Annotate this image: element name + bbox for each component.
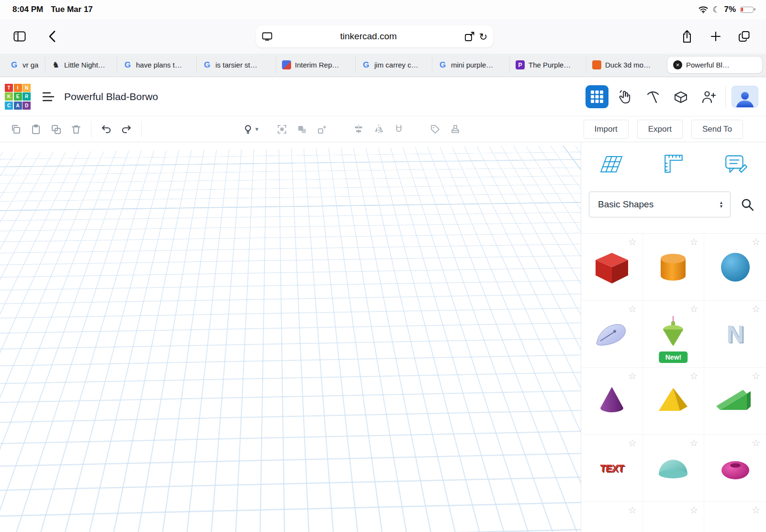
page-appearance-icon[interactable] [262, 32, 272, 41]
avatar[interactable] [732, 86, 758, 108]
delete-button[interactable] [66, 120, 86, 139]
export-button[interactable]: Export [637, 120, 683, 139]
shape-category-dropdown[interactable]: Basic Shapes ▲▼ [589, 192, 731, 217]
settings-button[interactable]: Settings [511, 469, 568, 487]
back-button[interactable] [41, 25, 63, 47]
sim-lab-button[interactable] [614, 85, 636, 108]
address-bar[interactable]: tinkercad.com ↻ [256, 25, 493, 47]
magnet-button[interactable] [389, 120, 409, 139]
tab-jim-carrey[interactable]: Gjim carrey c… [355, 57, 432, 73]
shape-tile-letter[interactable]: ☆ N [704, 301, 766, 368]
shape-tile-cylinder[interactable]: ☆ [643, 234, 705, 301]
shape-tile-cone[interactable]: ☆ [581, 368, 643, 435]
shape-tile-torus[interactable]: ☆ [704, 435, 766, 502]
workplane-tool-button[interactable] [596, 149, 627, 179]
shape-tile-box[interactable]: ☆ [581, 234, 643, 301]
zoom-out-button[interactable]: − [11, 329, 32, 350]
view-cube[interactable]: TOP BACK RIGHT [11, 160, 69, 209]
tab-powerful-active[interactable]: ×Powerful Bl… [667, 57, 762, 73]
grip-handle[interactable] [300, 308, 313, 314]
favorite-star-icon[interactable]: ☆ [689, 237, 698, 247]
ruler-tool-button[interactable] [658, 149, 689, 179]
workplane-grid[interactable] [0, 142, 581, 158]
duplicate-button[interactable] [46, 120, 66, 139]
shape-tile-partial[interactable]: ☆ [643, 502, 705, 532]
shape-tile-sphere[interactable]: ☆ [704, 234, 766, 301]
tabs-overview-button[interactable] [733, 25, 755, 47]
group-button[interactable] [272, 120, 292, 139]
tinkercad-logo[interactable]: TINKERCAD [5, 84, 31, 110]
tab-duck-3d[interactable]: Duck 3d mo… [586, 57, 667, 73]
favorite-star-icon[interactable]: ☆ [628, 237, 637, 247]
refresh-icon[interactable]: ↻ [479, 32, 487, 42]
favorite-star-icon[interactable]: ☆ [628, 371, 637, 381]
favorite-star-icon[interactable]: ☆ [752, 237, 760, 247]
perspective-toggle-button[interactable] [11, 364, 32, 385]
caret-down-icon[interactable]: ▾ [255, 125, 259, 133]
favorite-star-icon[interactable]: ☆ [689, 438, 698, 448]
shape-tile-roof[interactable]: ☆ [704, 368, 766, 435]
favorite-star-icon[interactable]: ☆ [689, 371, 698, 381]
tab-mini-purple[interactable]: Gmini purple… [432, 57, 509, 73]
favorite-star-icon[interactable]: ☆ [752, 304, 760, 314]
import-button[interactable]: Import [584, 120, 629, 139]
new-tab-button[interactable] [705, 25, 727, 47]
tab-interim-report[interactable]: Interim Rep… [276, 57, 355, 73]
tab-have-plans[interactable]: Ghave plans t… [117, 57, 196, 73]
bricks-button[interactable] [670, 85, 692, 108]
shape-tile-text[interactable]: ☆ TEXT [581, 435, 643, 502]
favorite-star-icon[interactable]: ☆ [628, 438, 637, 448]
favorite-star-icon[interactable]: ☆ [689, 505, 698, 515]
sidebar-toggle-button[interactable] [9, 25, 31, 47]
notes-tool-button[interactable] [720, 149, 752, 179]
favorite-star-icon[interactable]: ☆ [628, 304, 637, 314]
align-button[interactable] [349, 120, 369, 139]
panel-collapse-chevron[interactable]: › [566, 315, 574, 336]
search-shapes-button[interactable] [736, 193, 758, 215]
stamp-button[interactable] [445, 120, 465, 139]
redo-button[interactable] [116, 120, 136, 139]
favorite-star-icon[interactable]: ☆ [689, 304, 698, 314]
split-button[interactable] [312, 120, 332, 139]
shape-tile-half-sphere[interactable]: ☆ [643, 435, 705, 502]
shape-tile-paraboloid[interactable]: ☆ [581, 301, 643, 368]
tag-button[interactable] [425, 120, 445, 139]
share-button[interactable] [676, 25, 698, 47]
undo-button[interactable] [96, 120, 116, 139]
pyramid-shape-icon [653, 381, 693, 421]
ungroup-button[interactable] [292, 120, 312, 139]
tab-little-night[interactable]: ♞Little Night… [45, 57, 117, 73]
snap-grid-dropdown[interactable]: 1.0 mm ▾ [508, 495, 568, 513]
favorite-star-icon[interactable]: ☆ [752, 505, 760, 515]
shape-tile-partial[interactable]: ☆ [581, 502, 643, 532]
home-view-button[interactable] [11, 223, 32, 244]
favorite-star-icon[interactable]: ☆ [628, 505, 637, 515]
copy-button[interactable] [6, 120, 26, 139]
design-title[interactable]: Powerful Blad-Borwo [64, 91, 158, 102]
viewport-canvas[interactable]: TOP BACK RIGHT + − [0, 142, 581, 532]
dashboard-button[interactable] [586, 85, 608, 108]
tab-vr[interactable]: Gvr ga [4, 57, 45, 73]
paste-button[interactable] [26, 120, 46, 139]
mirror-button[interactable] [369, 120, 389, 139]
notes-icon [724, 153, 748, 175]
shape-tile-pyramid[interactable]: ☆ [643, 368, 705, 435]
send-to-button[interactable]: Send To [691, 120, 743, 139]
minecraft-export-button[interactable] [642, 85, 664, 108]
tab-the-purple[interactable]: PThe Purple… [509, 57, 586, 73]
tab-tarsier[interactable]: Gis tarsier st… [196, 57, 276, 73]
favorite-star-icon[interactable]: ☆ [752, 438, 760, 448]
fit-view-button[interactable] [11, 258, 32, 279]
shape-tile-partial[interactable]: ☆ [704, 502, 766, 532]
design-menu-button[interactable] [42, 91, 55, 102]
shape-tile-spin-top[interactable]: ☆ New! [643, 301, 705, 368]
3d-model-cube-with-sphere[interactable] [237, 169, 476, 384]
extension-icon[interactable] [464, 31, 475, 42]
zoom-in-button[interactable]: + [11, 294, 32, 315]
invite-button[interactable] [698, 85, 720, 108]
close-tab-icon[interactable]: × [673, 60, 682, 69]
move-handle[interactable] [315, 318, 325, 329]
favorite-star-icon[interactable]: ☆ [752, 371, 760, 381]
text-shape-icon: TEXT [599, 463, 624, 474]
show-all-button[interactable]: ▾ [240, 120, 260, 139]
